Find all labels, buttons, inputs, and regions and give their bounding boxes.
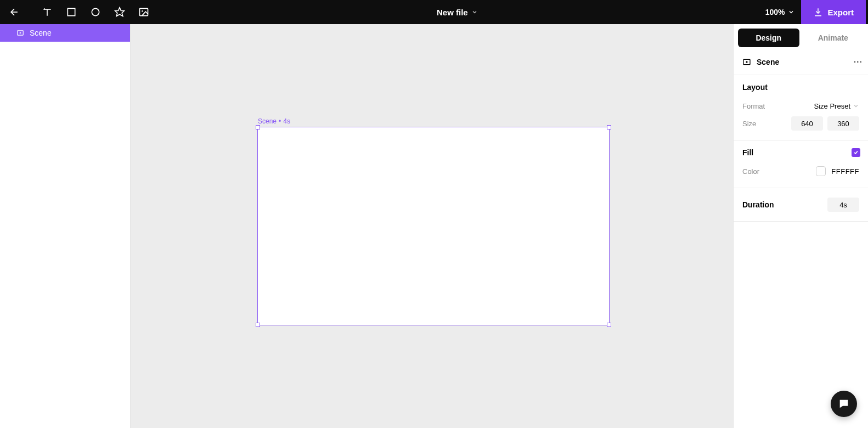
scene-more-button[interactable]: ··· <box>854 57 863 67</box>
image-tool[interactable] <box>132 0 156 24</box>
format-value-text: Size Preset <box>814 102 850 110</box>
inspector-tabs: Design Animate <box>734 24 868 47</box>
color-swatch <box>816 166 826 176</box>
scene-duration-text: 4s <box>283 117 290 125</box>
fill-section: Fill Color FFFFFF <box>734 140 868 188</box>
format-label: Format <box>742 102 814 110</box>
color-control[interactable]: FFFFFF <box>816 166 859 176</box>
arrow-left-icon <box>9 7 20 18</box>
format-row: Format Size Preset <box>742 97 859 115</box>
image-icon <box>138 7 149 18</box>
square-icon <box>66 7 77 18</box>
tab-animate[interactable]: Animate <box>803 29 864 47</box>
fill-enabled-checkbox[interactable] <box>852 148 860 157</box>
layout-title: Layout <box>742 83 859 92</box>
svg-rect-0 <box>67 8 75 15</box>
color-value-text: FFFFFF <box>831 167 859 176</box>
format-select[interactable]: Size Preset <box>814 102 859 110</box>
layer-scene[interactable]: Scene <box>0 24 130 42</box>
resize-handle-br[interactable] <box>607 323 611 327</box>
export-button[interactable]: Export <box>801 0 866 24</box>
svg-marker-8 <box>746 61 748 63</box>
canvas[interactable]: Scene•4s <box>131 24 733 428</box>
help-chat-button[interactable] <box>831 391 857 417</box>
size-label: Size <box>742 120 791 128</box>
svg-marker-6 <box>20 32 22 34</box>
size-row: Size 640 360 <box>742 115 859 132</box>
duration-title: Duration <box>742 200 827 209</box>
chevron-down-icon <box>471 9 478 15</box>
chat-icon <box>838 398 850 410</box>
svg-marker-2 <box>115 8 125 16</box>
duration-input[interactable]: 4s <box>827 198 859 212</box>
width-input[interactable]: 640 <box>791 116 823 131</box>
zoom-value: 100% <box>765 8 785 16</box>
star-icon <box>114 7 125 18</box>
resize-handle-bl[interactable] <box>256 323 260 327</box>
back-button[interactable] <box>2 0 26 24</box>
file-title-text: New file <box>437 8 468 17</box>
scene-section-title: Scene <box>757 58 848 66</box>
duration-section: Duration 4s <box>734 188 868 222</box>
height-input[interactable]: 360 <box>827 116 859 131</box>
layers-panel: Scene <box>0 24 131 428</box>
main: Scene Scene•4s Design Animate Scene ··· … <box>0 24 868 428</box>
topbar: New file 100% Export <box>0 0 868 24</box>
label-separator: • <box>279 117 281 125</box>
color-row: Color FFFFFF <box>742 162 859 180</box>
layout-section: Layout Format Size Preset Size 640 360 <box>734 75 868 140</box>
svg-point-4 <box>142 10 143 12</box>
chevron-down-icon <box>853 103 859 109</box>
export-label: Export <box>827 8 854 17</box>
scene-section: Scene ··· <box>734 47 868 75</box>
rect-tool[interactable] <box>59 0 83 24</box>
zoom-control[interactable]: 100% <box>759 8 802 16</box>
star-tool[interactable] <box>108 0 132 24</box>
svg-point-1 <box>92 8 99 15</box>
color-label: Color <box>742 167 816 176</box>
tab-design[interactable]: Design <box>738 29 799 47</box>
scene-name-text: Scene <box>258 117 277 125</box>
scene-icon <box>16 29 24 37</box>
check-icon <box>853 150 859 155</box>
scene-frame[interactable] <box>258 127 609 325</box>
circle-tool[interactable] <box>83 0 108 24</box>
resize-handle-tl[interactable] <box>256 125 260 129</box>
layer-scene-label: Scene <box>30 29 52 37</box>
resize-handle-tr[interactable] <box>607 125 611 129</box>
scene-icon <box>742 58 751 66</box>
chevron-down-icon <box>788 9 794 15</box>
scene-frame-label: Scene•4s <box>258 117 290 125</box>
download-icon <box>813 7 823 17</box>
text-icon <box>42 7 53 18</box>
text-tool[interactable] <box>35 0 59 24</box>
file-title[interactable]: New file <box>156 8 759 17</box>
circle-icon <box>90 7 101 18</box>
fill-title: Fill <box>742 148 753 157</box>
inspector-panel: Design Animate Scene ··· Layout Format S… <box>733 24 868 428</box>
